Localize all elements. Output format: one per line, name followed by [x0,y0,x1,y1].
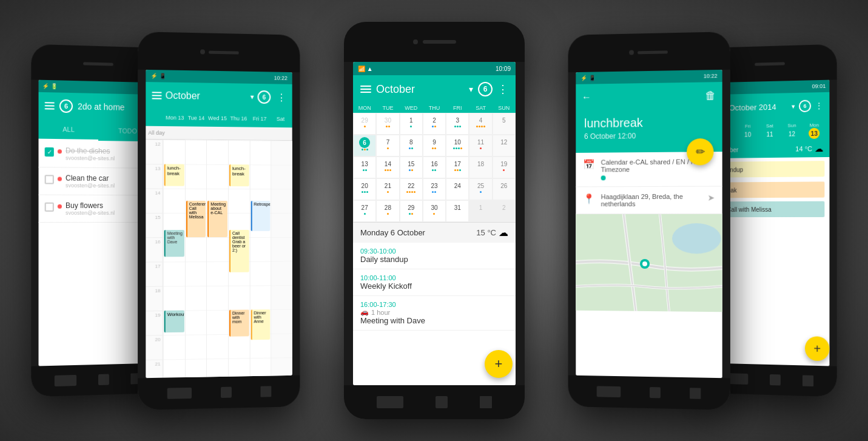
mday-9[interactable]: 9 [423,135,446,157]
detail-row-location[interactable]: 📍 Haagdijklaan 29, Breda, the netherland… [576,187,722,215]
phone5-more[interactable]: ⋮ [815,101,823,110]
agenda-day-sat[interactable]: Sat 11 [759,123,779,140]
selected-day-title: Monday 6 October [360,228,425,237]
mday-6-today[interactable]: 6 [353,135,376,157]
week-event-meeting-melissa[interactable]: Meeting about e-CAL [207,201,227,237]
event-time-2: 16:00-17:30 [360,301,508,308]
nav-home[interactable] [98,374,109,385]
event-item-1[interactable]: 10:00-11:00 Weekly Kickoff [353,269,516,296]
mday-18[interactable]: 18 [469,157,492,178]
mday-5[interactable]: 5 [493,113,516,135]
phone2-hamburger[interactable] [152,92,161,99]
todo-checkbox-done[interactable]: ✓ [45,147,54,157]
phone3-more[interactable]: ⋮ [497,82,508,96]
tab-all[interactable]: ALL [39,119,98,141]
mday-10[interactable]: 10 [446,135,469,157]
car-icon: 🚗 [360,308,369,316]
mday-7[interactable]: 7 [376,135,399,157]
todo-text-2: Buy flowers svoosten@e-sites.nl [66,201,115,216]
phone3-nav-home[interactable] [436,396,448,408]
phone-4-detail: ⚡ 📱 10:22 ← 🗑 lunchbreak 6 October 12:00 [568,32,730,410]
phone2-more[interactable]: ⋮ [277,92,286,103]
event-item-0[interactable]: 09:30-10:00 Daily standup [353,243,516,269]
agenda-day-fri[interactable]: Fri 10 [738,123,758,140]
mday-29a[interactable]: 29 [353,113,376,135]
week-day-5: Sat [270,110,291,127]
mday-11[interactable]: 11 [469,135,492,157]
week-event-dinnermom[interactable]: Dinner with mom [229,310,249,337]
week-event-confcall[interactable]: Conference Call with Melissa [186,201,206,237]
phone3-dropdown[interactable]: ▾ [469,84,473,94]
phone-2-week: ⚡ 📱 10:22 October ▾ 6 [138,32,300,410]
delete-icon[interactable]: 🗑 [705,89,716,102]
mday-nov2[interactable]: 2 [493,200,516,222]
nav-back[interactable] [55,375,76,386]
todo-checkbox-2[interactable] [45,203,54,212]
phone2-nav-back[interactable] [167,388,192,399]
phone4-nav-recent[interactable] [690,388,701,399]
event-item-2[interactable]: 16:00-17:30 🚗 1 hour Meeting with Dave [353,296,516,331]
phone3-hamburger[interactable] [360,86,371,93]
mday-21[interactable]: 21 [376,178,399,200]
week-event-lunchbreak-3[interactable]: lunch-break [229,164,249,186]
mday-19[interactable]: 19 [493,157,516,178]
phone3-nav-back[interactable] [377,396,403,408]
phone2-dropdown[interactable]: ▾ [251,93,254,101]
phone3-nav-recent[interactable] [480,396,492,408]
phone4-nav-back[interactable] [597,386,621,397]
cloud-icon-5: ☁ [815,144,823,153]
mday-1[interactable]: 1 [400,113,423,135]
mday-30a[interactable]: 30 [376,113,399,135]
mday-31[interactable]: 31 [446,200,469,222]
mday-13[interactable]: 13 [353,157,376,178]
mday-26[interactable]: 26 [493,178,516,200]
mday-23[interactable]: 23 [423,178,446,200]
agenda-bar-2: e Call with Melissa [716,201,824,217]
mday-15[interactable]: 15 [400,157,423,178]
agenda-day-mon-today[interactable]: Mon 13 [804,122,824,139]
mday-29b[interactable]: 29 [400,200,423,222]
todo-name-1: Clean the car [66,174,115,183]
mday-24[interactable]: 24 [446,178,469,200]
week-event-dinneranne[interactable]: Dinner with Anne [251,309,270,340]
phone5-fab[interactable]: + [805,336,829,361]
mday-12[interactable]: 12 [493,135,516,157]
mday-22[interactable]: 22 [400,178,423,200]
phone2-nav-recent[interactable] [261,386,272,397]
back-arrow-icon[interactable]: ← [582,92,591,103]
navigation-icon[interactable]: ➤ [707,193,715,203]
todo-email-1: svoosten@e-sites.nl [66,183,115,189]
phone4-nav-home[interactable] [650,387,661,398]
hamburger-icon[interactable] [45,102,55,109]
phone5-dropdown[interactable]: ▾ [792,103,795,110]
mday-8[interactable]: 8 [400,135,423,157]
edit-fab[interactable]: ✏ [687,138,713,166]
mday-3[interactable]: 3 [446,113,469,135]
svg-point-1 [672,223,721,254]
phone5-nav-home[interactable] [770,374,781,386]
mday-4[interactable]: 4 [469,113,492,135]
phone3-fab[interactable]: + [485,350,513,378]
mday-nov1[interactable]: 1 [469,200,492,222]
todo-priority-dot-1 [58,177,62,181]
week-event-retro[interactable]: Retrospective [251,201,270,231]
agenda-day-sun[interactable]: Sun 12 [782,123,802,140]
mday-2[interactable]: 2 [423,113,446,135]
mday-27[interactable]: 27 [353,200,376,222]
mday-28[interactable]: 28 [376,200,399,222]
mday-14[interactable]: 14 [376,157,399,178]
week-event-calldentist[interactable]: Call dentist Grab a beer or 2:) [229,230,249,272]
mday-25[interactable]: 25 [469,178,492,200]
week-event-workout[interactable]: Workout [164,311,184,333]
mday-30[interactable]: 30 [423,200,446,222]
mday-16[interactable]: 16 [423,157,446,178]
mday-20[interactable]: 20 [353,178,376,200]
week-event-meeting-dave[interactable]: Meeting with Dave [164,230,184,257]
phone2-nav-home[interactable] [221,387,232,398]
mday-17[interactable]: 17 [446,157,469,178]
week-event-lunchbreak-0[interactable]: lunch-break [164,164,184,186]
phone5-nav-recent[interactable] [802,375,813,386]
todo-checkbox-1[interactable] [45,175,54,184]
phone1-badge: 6 [59,99,73,113]
event-name-1: Weekly Kickoff [360,281,508,291]
